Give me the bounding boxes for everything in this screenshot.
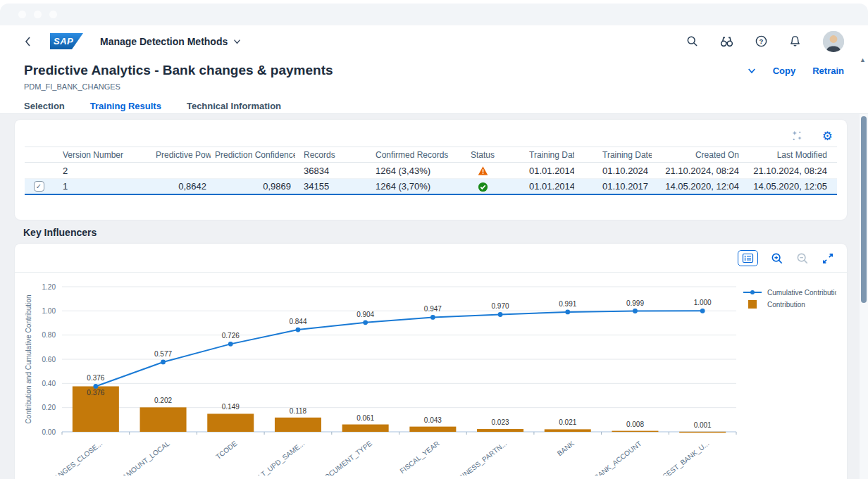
svg-text:0.844: 0.844 bbox=[289, 318, 306, 325]
svg-text:BUSINESS_PARTN...: BUSINESS_PARTN... bbox=[450, 440, 509, 475]
row-checkbox[interactable]: ✓ bbox=[34, 181, 44, 192]
svg-text:0.20: 0.20 bbox=[42, 404, 56, 411]
binoculars-icon[interactable] bbox=[720, 35, 733, 47]
page-header: Predictive Analytics - Bank changes & pa… bbox=[0, 57, 868, 114]
table-body: 2368341264 (3,43%)01.01.201401.10.202421… bbox=[25, 163, 837, 195]
svg-text:0.001: 0.001 bbox=[694, 421, 712, 429]
cumulative-point[interactable] bbox=[161, 360, 166, 365]
ai-recommendation-icon[interactable] bbox=[790, 130, 803, 142]
row-select-cell[interactable]: ✓ bbox=[25, 181, 53, 192]
svg-text:0.376: 0.376 bbox=[87, 374, 104, 382]
pareto-chart[interactable]: 0.000.200.400.600.801.001.200.3760.5770.… bbox=[22, 278, 836, 475]
svg-text:CHANGES_CLOSE...: CHANGES_CLOSE... bbox=[45, 440, 104, 475]
window-dot bbox=[18, 11, 26, 18]
column-header[interactable]: Records bbox=[295, 150, 359, 160]
cumulative-point[interactable] bbox=[228, 342, 233, 347]
window-dot bbox=[49, 11, 57, 18]
legend-toggle-button[interactable] bbox=[738, 250, 758, 266]
shell-header: SAP Manage Detection Methods ? bbox=[0, 25, 868, 57]
svg-text:0.008: 0.008 bbox=[626, 421, 644, 428]
chevron-left-icon bbox=[24, 36, 32, 47]
contribution-bar[interactable] bbox=[207, 413, 254, 432]
column-header[interactable]: Version Number bbox=[53, 150, 151, 160]
svg-text:Cumulative Contribution: Cumulative Contribution bbox=[767, 289, 836, 297]
app-title-menu[interactable]: Manage Detection Methods bbox=[100, 36, 241, 47]
fullscreen-icon[interactable] bbox=[822, 252, 834, 265]
cell-created_on: 14.05.2020, 12:04 bbox=[652, 181, 743, 192]
svg-text:1.000: 1.000 bbox=[694, 299, 712, 306]
contribution-bar[interactable] bbox=[409, 427, 456, 432]
table-header-row: Version NumberPredictive PowerPrediction… bbox=[25, 147, 837, 163]
copy-button[interactable]: Copy bbox=[773, 66, 796, 76]
cumulative-point[interactable] bbox=[430, 315, 435, 320]
column-header[interactable]: Predictive Power bbox=[151, 150, 211, 160]
cumulative-point[interactable] bbox=[633, 309, 638, 313]
svg-text:FISCAL_YEAR: FISCAL_YEAR bbox=[398, 440, 440, 475]
scrollbar-thumb[interactable] bbox=[861, 116, 867, 303]
retrain-button[interactable]: Retrain bbox=[812, 66, 844, 76]
cumulative-point[interactable] bbox=[93, 384, 98, 389]
cell-training_date_from: 01.01.2014 bbox=[501, 166, 574, 176]
cumulative-point[interactable] bbox=[700, 309, 705, 313]
contribution-bar[interactable] bbox=[545, 429, 591, 432]
table-toolbar: ⚙ bbox=[15, 120, 847, 147]
svg-text:1.20: 1.20 bbox=[42, 283, 56, 291]
cell-training_date_to: 01.10.2024 bbox=[574, 166, 652, 176]
cumulative-point[interactable] bbox=[363, 320, 368, 325]
cell-records: 36834 bbox=[295, 166, 359, 176]
cell-version: 1 bbox=[53, 181, 151, 192]
zoom-in-icon[interactable] bbox=[771, 252, 783, 265]
settings-gear-icon[interactable]: ⚙ bbox=[822, 130, 833, 142]
column-header[interactable]: Created On bbox=[652, 150, 743, 160]
notifications-bell-icon[interactable] bbox=[789, 35, 801, 47]
svg-text:0.00: 0.00 bbox=[42, 428, 56, 436]
back-button[interactable] bbox=[24, 36, 32, 47]
versions-table: Version NumberPredictive PowerPrediction… bbox=[25, 147, 837, 195]
contribution-bar[interactable] bbox=[612, 431, 658, 433]
svg-text:DOCUMENT_TYPE: DOCUMENT_TYPE bbox=[319, 440, 374, 475]
cumulative-point[interactable] bbox=[296, 328, 301, 332]
column-header[interactable]: Confirmed Records bbox=[359, 150, 464, 160]
cell-training_date_from: 01.01.2014 bbox=[501, 181, 574, 192]
zoom-out-icon[interactable] bbox=[796, 252, 809, 265]
table-row[interactable]: 2368341264 (3,43%)01.01.201401.10.202421… bbox=[25, 163, 837, 179]
table-row[interactable]: ✓10,86420,9869341551264 (3,70%)01.01.201… bbox=[25, 179, 837, 195]
column-header[interactable]: Status bbox=[464, 150, 501, 160]
chevron-down-icon bbox=[233, 39, 241, 44]
column-header[interactable]: Prediction Confidence bbox=[211, 150, 295, 160]
cell-status bbox=[464, 180, 501, 192]
contribution-bar[interactable] bbox=[140, 407, 187, 432]
user-avatar[interactable] bbox=[823, 31, 844, 52]
cell-created_on: 21.10.2024, 08:24 bbox=[652, 166, 743, 176]
svg-text:1.00: 1.00 bbox=[42, 307, 56, 315]
column-header[interactable]: Training Date From bbox=[501, 150, 574, 160]
cell-last_modified: 14.05.2020, 12:05 bbox=[743, 181, 837, 192]
svg-text:0.991: 0.991 bbox=[559, 300, 576, 308]
svg-text:0.80: 0.80 bbox=[42, 331, 56, 339]
svg-text:0.970: 0.970 bbox=[492, 302, 509, 310]
cumulative-point[interactable] bbox=[565, 309, 570, 314]
help-icon[interactable]: ? bbox=[755, 35, 767, 47]
contribution-bar[interactable] bbox=[342, 425, 389, 432]
cell-training_date_to: 01.10.2017 bbox=[574, 181, 652, 192]
contribution-bar[interactable] bbox=[477, 429, 523, 432]
contribution-bar[interactable] bbox=[679, 432, 726, 433]
svg-text:0.726: 0.726 bbox=[222, 332, 240, 340]
svg-text:Contribution: Contribution bbox=[767, 301, 805, 309]
cumulative-point[interactable] bbox=[498, 312, 503, 317]
scroll-up-arrow[interactable]: ▲ bbox=[860, 56, 866, 63]
sap-logo: SAP bbox=[50, 33, 83, 49]
column-header[interactable]: Training Date To bbox=[574, 150, 652, 160]
svg-text:BANK: BANK bbox=[556, 440, 576, 458]
svg-text:0.043: 0.043 bbox=[424, 416, 442, 424]
training-versions-card: ⚙ Version NumberPredictive PowerPredicti… bbox=[15, 120, 847, 220]
svg-text:0.999: 0.999 bbox=[626, 299, 644, 307]
page-subtitle: PDM_FI_BANK_CHANGES bbox=[24, 82, 844, 94]
svg-text:MULT_UPD_SAME...: MULT_UPD_SAME... bbox=[248, 440, 306, 475]
search-icon[interactable] bbox=[686, 35, 698, 47]
chart-toolbar bbox=[15, 244, 847, 273]
svg-text:0.60: 0.60 bbox=[42, 356, 56, 363]
column-header[interactable]: Last Modified bbox=[743, 150, 837, 160]
header-collapse-chevron[interactable] bbox=[748, 66, 756, 76]
contribution-bar[interactable] bbox=[275, 418, 321, 432]
